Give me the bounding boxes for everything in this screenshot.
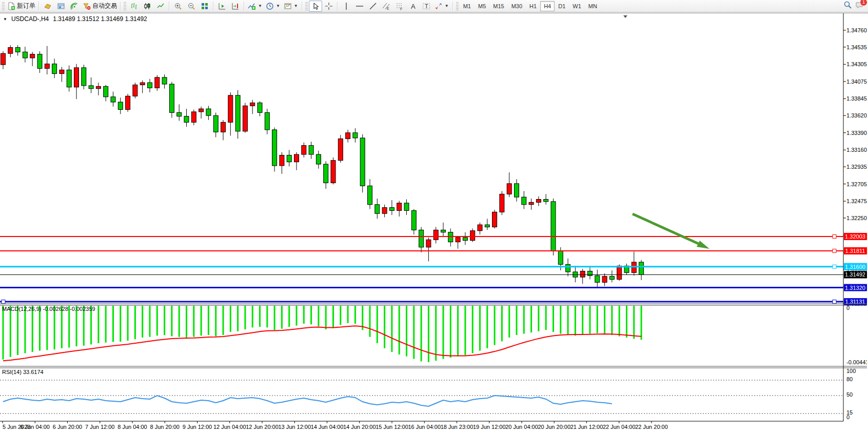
svg-text:22 Jun 20:00: 22 Jun 20:00 <box>635 424 668 430</box>
navigator-button[interactable] <box>54 1 68 12</box>
chart-shift-button[interactable] <box>229 1 242 12</box>
crosshair-tool-button[interactable] <box>322 1 336 12</box>
search-icon[interactable] <box>843 1 852 11</box>
svg-text:20 Jun 04:00: 20 Jun 04:00 <box>505 424 538 430</box>
svg-text:1.32935: 1.32935 <box>846 164 867 170</box>
templates-button[interactable]: ▼ <box>282 1 300 12</box>
chart-ohlc-values: 1.31489 1.31512 1.31469 1.31492 <box>53 15 147 23</box>
arrows-dropdown-caret[interactable]: ▼ <box>444 4 449 8</box>
svg-text:1.34075: 1.34075 <box>846 78 867 85</box>
pane-splitter[interactable] <box>0 366 867 368</box>
market-watch-icon <box>44 2 52 10</box>
candlestick-chart-button[interactable] <box>141 1 154 12</box>
navigator-icon <box>57 2 65 10</box>
indicators-button[interactable]: ▼ <box>246 1 264 12</box>
zoom-in-button[interactable] <box>171 1 185 12</box>
zoom-out-button[interactable] <box>185 1 198 12</box>
chat-button[interactable]: 1 <box>855 1 864 11</box>
timeframe-button-m5[interactable]: M5 <box>475 1 489 11</box>
tile-windows-button[interactable] <box>198 1 211 12</box>
vertical-line-tool-button[interactable] <box>340 1 353 12</box>
line-chart-button[interactable] <box>154 1 167 12</box>
tile-windows-icon <box>201 2 209 10</box>
svg-text:13 Jun 12:00: 13 Jun 12:00 <box>278 424 311 430</box>
svg-text:0: 0 <box>846 414 850 420</box>
auto-scroll-icon <box>218 2 226 10</box>
indicators-dropdown-caret[interactable]: ▼ <box>258 4 263 8</box>
signals-button[interactable] <box>68 1 81 12</box>
fibonacci-tool-button[interactable]: F <box>393 1 406 12</box>
svg-text:F: F <box>400 7 402 10</box>
indicators-icon <box>248 2 256 10</box>
trendline-icon <box>369 2 377 10</box>
svg-text:0: 0 <box>846 305 850 311</box>
text-tool-button[interactable]: A <box>406 1 420 12</box>
auto-trading-button[interactable]: 自动交易 <box>81 1 119 12</box>
equidistant-channel-tool-button[interactable]: E <box>380 1 393 12</box>
timeframe-button-m15[interactable]: M15 <box>489 1 507 11</box>
fibonacci-icon: F <box>396 2 404 10</box>
cursor-tool-button[interactable] <box>309 1 322 12</box>
templates-dropdown-caret[interactable]: ▼ <box>293 4 299 8</box>
macd-label: MACD(12,26,9) -0.002628 -0.002359 <box>2 306 95 312</box>
new-order-button[interactable]: 新订单 <box>6 1 37 12</box>
signals-icon <box>70 2 78 10</box>
timeframe-button-w1[interactable]: W1 <box>569 1 585 11</box>
sell-arrow-annotation[interactable] <box>633 214 709 249</box>
trendline-tool-button[interactable] <box>366 1 380 12</box>
horizontal-lines-layer[interactable]: 1.320031.318111.316001.313201.311311.314… <box>0 233 867 305</box>
horizontal-line-tool-button[interactable] <box>353 1 366 12</box>
timeframe-button-h4[interactable]: H4 <box>540 1 555 11</box>
chart-collapse-icon[interactable]: ▼ <box>3 17 7 22</box>
timeframe-button-m30[interactable]: M30 <box>508 1 526 11</box>
arrows-tool-button[interactable]: ▼ <box>433 1 451 12</box>
svg-text:6 Jun 04:00: 6 Jun 04:00 <box>21 424 50 430</box>
chart-shift-marker[interactable] <box>623 15 627 18</box>
svg-text:1.32475: 1.32475 <box>846 198 867 204</box>
text-icon: A <box>409 2 417 10</box>
svg-text:19 Jun 12:00: 19 Jun 12:00 <box>473 424 506 430</box>
auto-trading-label: 自动交易 <box>92 2 117 10</box>
cursor-icon <box>311 2 320 10</box>
main-toolbar: 新订单 自动交易 ▼ ▼ <box>0 0 868 12</box>
market-watch-button[interactable] <box>41 1 54 12</box>
toolbar-grip <box>456 2 459 10</box>
periods-dropdown-caret[interactable]: ▼ <box>275 4 281 8</box>
text-label-tool-button[interactable]: T <box>420 1 433 12</box>
svg-text:14 Jun 20:00: 14 Jun 20:00 <box>343 424 376 430</box>
svg-text:1.31320: 1.31320 <box>845 285 865 291</box>
svg-text:9 Jun 12:00: 9 Jun 12:00 <box>183 424 212 430</box>
svg-text:21 Jun 12:00: 21 Jun 12:00 <box>570 424 603 430</box>
svg-text:1.32250: 1.32250 <box>846 215 867 221</box>
toolbar-separator <box>38 2 40 11</box>
svg-text:1.31600: 1.31600 <box>845 264 865 270</box>
periods-button[interactable]: ▼ <box>264 1 282 12</box>
chart-symbol-period: USDCAD-,H4 <box>11 15 49 23</box>
rsi-line <box>3 396 612 406</box>
timeframe-button-d1[interactable]: D1 <box>555 1 569 11</box>
svg-text:1.33390: 1.33390 <box>846 130 867 136</box>
svg-text:1.34760: 1.34760 <box>846 27 867 33</box>
chart-canvas[interactable]: 1.347601.345351.343051.340751.338451.336… <box>0 13 867 433</box>
toolbar-grip <box>305 2 308 10</box>
candlestick-chart-icon <box>143 2 151 10</box>
toolbar-separator <box>213 2 214 11</box>
timeframe-button-m1[interactable]: M1 <box>460 1 475 11</box>
timeframe-button-h1[interactable]: H1 <box>526 1 540 11</box>
svg-text:100: 100 <box>846 368 856 374</box>
pane-splitter[interactable] <box>0 304 867 305</box>
svg-text:1.32003: 1.32003 <box>845 233 865 240</box>
timeframe-button-mn[interactable]: MN <box>585 1 601 11</box>
svg-text:-0.004415: -0.004415 <box>846 359 867 365</box>
equidistant-channel-icon: E <box>382 2 390 10</box>
toolbar-separator <box>244 2 245 11</box>
svg-text:1.31811: 1.31811 <box>845 248 865 254</box>
toolbar-separator <box>169 2 170 11</box>
svg-text:22 Jun 04:00: 22 Jun 04:00 <box>603 424 636 430</box>
auto-trading-icon <box>83 2 91 10</box>
svg-text:80: 80 <box>846 376 853 382</box>
crosshair-icon <box>325 2 333 10</box>
bar-chart-button[interactable] <box>127 1 141 12</box>
auto-scroll-button[interactable] <box>215 1 229 12</box>
svg-text:12 Jun 04:00: 12 Jun 04:00 <box>213 424 246 430</box>
